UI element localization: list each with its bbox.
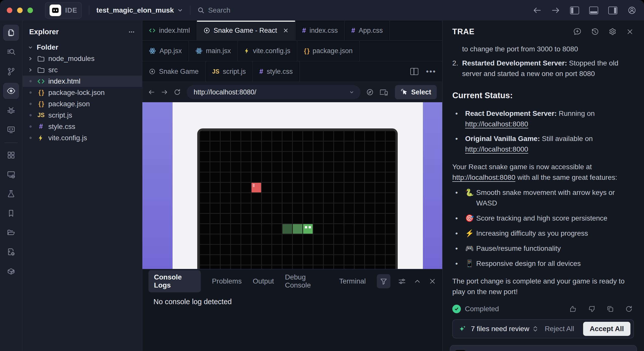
monitor-code-icon [7, 125, 16, 134]
tab-terminal[interactable]: Terminal [339, 277, 366, 285]
split-editor-button[interactable] [410, 68, 418, 75]
regenerate-button[interactable] [625, 305, 633, 313]
tab-vite-config[interactable]: vite.config.js [238, 41, 298, 61]
browser-back-button[interactable] [148, 88, 155, 96]
tree-folder-node-modules[interactable]: node_modules [23, 53, 142, 64]
feature-text: Pause/resume functionality [476, 243, 561, 254]
tree-root-folder[interactable]: Folder [23, 42, 142, 53]
source-control-button[interactable] [3, 63, 19, 80]
browser-reload-button[interactable] [174, 88, 181, 96]
localhost-8080-link[interactable]: http://localhost:8080 [452, 173, 515, 181]
editor-more-button[interactable]: ••• [426, 70, 436, 73]
json-icon: { } [37, 100, 45, 108]
tree-file-package-lock[interactable]: { } package-lock.json [23, 87, 142, 98]
close-tab-icon[interactable] [283, 28, 289, 33]
tab-snake-game[interactable]: Snake Game [142, 61, 206, 82]
bookmarks-view-button[interactable] [3, 205, 19, 221]
select-element-button[interactable]: Select [395, 85, 437, 99]
tab-problems[interactable]: Problems [212, 277, 242, 285]
close-window-button[interactable] [7, 8, 12, 13]
accept-all-button[interactable]: Accept All [583, 322, 630, 336]
tab-package-json[interactable]: { } package.json [297, 41, 360, 61]
tab-console-logs[interactable]: Console Logs [148, 270, 201, 292]
debug-view-button[interactable] [3, 102, 19, 118]
git-status-dot [27, 80, 34, 82]
project-switcher[interactable]: test_magic_elon_musk [96, 6, 183, 14]
code-icon [37, 78, 45, 84]
explorer-more-button[interactable] [128, 28, 135, 36]
cursor-select-icon [400, 88, 408, 96]
filter-button[interactable] [377, 274, 390, 288]
docker-view-button[interactable] [3, 263, 19, 279]
tree-file-script-js[interactable]: JS script.js [23, 110, 142, 121]
snake-game-canvas[interactable] [197, 128, 398, 269]
localhost-8000-link[interactable]: http://localhost:8000 [465, 145, 528, 153]
tree-file-package-json[interactable]: { } package.json [23, 98, 142, 110]
thumbs-up-button[interactable] [569, 305, 577, 313]
close-panel-button[interactable] [429, 277, 436, 285]
maximize-window-button[interactable] [27, 8, 33, 13]
url-dropdown-icon[interactable] [349, 89, 354, 95]
explorer-sidebar: Explorer Folder node_modules src [23, 21, 142, 351]
tab-snake-game-react[interactable]: Snake Game - React [197, 21, 296, 40]
preview-view-button[interactable] [3, 83, 19, 99]
thumbs-down-button[interactable] [588, 305, 596, 313]
tree-file-vite-config[interactable]: vite.config.js [23, 132, 142, 144]
history-back-button[interactable] [533, 7, 541, 14]
live-preview-button[interactable] [3, 166, 19, 183]
localhost-8080-link[interactable]: http://localhost:8080 [465, 120, 528, 128]
new-chat-button[interactable] [573, 27, 582, 36]
bookmark-icon [7, 209, 16, 218]
toggle-right-panel-button[interactable] [608, 7, 617, 14]
tab-style-css[interactable]: # style.css [253, 61, 300, 82]
tab-app-css[interactable]: # App.css [345, 21, 390, 40]
reject-all-button[interactable]: Reject All [545, 325, 574, 333]
url-input[interactable]: http://localhost:8080/ [187, 85, 360, 99]
tab-index-css[interactable]: # index.css [296, 21, 345, 40]
search-view-button[interactable] [3, 44, 19, 60]
browser-forward-button[interactable] [161, 88, 168, 96]
explorer-view-button[interactable] [3, 25, 19, 41]
funnel-icon [380, 277, 387, 285]
remote-view-button[interactable] [3, 122, 19, 138]
tab-main-jsx[interactable]: main.jsx [189, 41, 238, 61]
close-assistant-button[interactable] [626, 28, 634, 36]
extensions-view-button[interactable] [3, 147, 19, 163]
test-view-button[interactable] [3, 186, 19, 202]
tree-file-style-css[interactable]: # style.css [23, 121, 142, 132]
feature-text: Increasing difficulty as you progress [476, 228, 588, 239]
tab-label: App.css [359, 27, 383, 34]
tree-file-index-html[interactable]: index.html [23, 76, 142, 87]
tab-app-jsx[interactable]: App.jsx [142, 41, 189, 61]
account-avatar-button[interactable] [627, 6, 636, 15]
assistant-header: TRAE [443, 21, 644, 43]
code-runner-button[interactable] [3, 244, 19, 260]
status-bold: Original Vanilla Game: [465, 135, 540, 143]
food-cell [252, 183, 261, 192]
maximize-panel-button[interactable] [414, 277, 421, 285]
history-forward-button[interactable] [551, 7, 560, 14]
monitor-share-icon [7, 170, 16, 179]
tab-script-js[interactable]: JS script.js [206, 61, 253, 82]
settings-gear-button[interactable] [608, 27, 617, 36]
responsive-devices-button[interactable] [379, 88, 388, 96]
open-in-browser-button[interactable] [366, 88, 374, 96]
tab-index-html[interactable]: index.html [142, 21, 197, 40]
copy-button[interactable] [606, 305, 614, 313]
ide-label: IDE [65, 7, 77, 14]
chat-history-button[interactable] [591, 27, 599, 36]
tree-folder-src[interactable]: src [23, 64, 142, 76]
log-settings-button[interactable] [398, 277, 406, 285]
builder-robot-icon [455, 350, 466, 351]
global-search[interactable]: Search [197, 6, 230, 14]
minimize-window-button[interactable] [17, 8, 23, 13]
tab-debug-console[interactable]: Debug Console [285, 273, 328, 289]
tab-output[interactable]: Output [253, 277, 274, 285]
expand-collapse-icon[interactable] [532, 325, 538, 332]
toggle-left-panel-button[interactable] [570, 7, 579, 14]
toggle-bottom-panel-button[interactable] [589, 7, 598, 14]
project-manager-button[interactable] [3, 225, 19, 241]
app-logo-badge[interactable]: IDE [45, 2, 82, 19]
tab-label: Snake Game [159, 68, 199, 76]
assistant-message: to change the port from 3000 to 8080 2. … [443, 43, 644, 297]
